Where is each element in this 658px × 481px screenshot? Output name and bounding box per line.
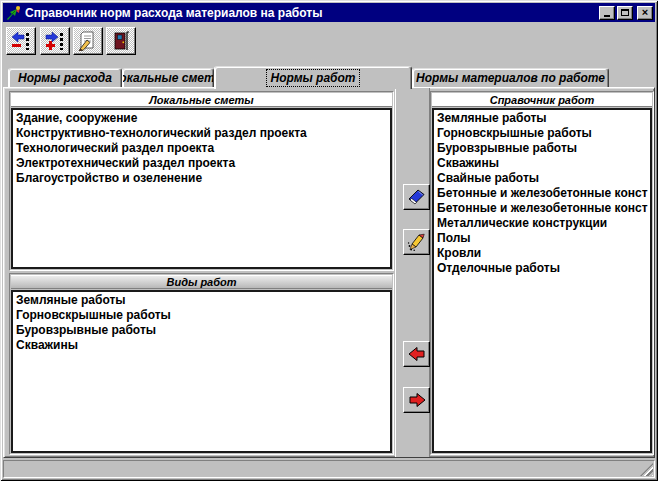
title-bar: Справочник норм расхода материалов на ра… [3,3,655,22]
list-item[interactable]: Полы [437,231,650,246]
list-item[interactable]: Отделочные работы [437,261,650,276]
local-estimates-list[interactable]: Здание, сооружение Конструктивно-техноло… [11,108,392,269]
list-item[interactable]: Бетонные и железобетонные конст [437,201,650,216]
edit-erase-button[interactable] [403,229,430,255]
remove-link-button[interactable] [6,27,36,55]
list-item[interactable]: Электротехнический раздел проекта [16,156,390,171]
exit-door-icon [111,31,131,51]
add-link-button[interactable] [40,27,70,55]
tab-label: Нормы материалов по работе [413,70,608,86]
list-item[interactable]: Металлические конструкции [437,216,650,231]
blue-arrow-left-minus-icon [11,31,31,51]
panel-work-types: Виды работ Земляные работы Горновскрышны… [9,273,394,455]
red-arrow-right-icon [407,390,427,410]
tab[interactable]: Нормы работ [214,66,412,89]
middle-button-strip [395,88,430,457]
list-item[interactable]: Скважины [437,156,650,171]
tab[interactable]: Локальные сметы [122,68,214,87]
minimize-button[interactable] [599,6,615,20]
maximize-button[interactable] [617,6,633,20]
tab-label: Нормы расхода [15,70,115,86]
blue-book-icon [407,187,427,207]
list-item[interactable]: Земляные работы [16,293,390,308]
view-book-button[interactable] [403,184,430,210]
list-item[interactable]: Свайные работы [437,171,650,186]
list-item[interactable]: Благоустройство и озеленение [16,171,390,186]
tab[interactable]: Нормы материалов по работе [412,68,609,87]
maximize-icon [621,9,629,16]
status-bar [3,460,655,478]
tab[interactable]: Нормы расхода [8,68,122,87]
pencil-erase-icon [407,232,427,252]
toolbar [3,22,655,62]
panel-works-reference-title: Справочник работ [432,93,652,107]
window-title: Справочник норм расхода материалов на ра… [25,6,597,20]
close-button[interactable]: × [637,6,653,20]
list-item[interactable]: Земляные работы [437,111,650,126]
list-item[interactable]: Здание, сооружение [16,111,390,126]
red-arrow-left-icon [407,344,427,364]
panel-work-types-title: Виды работ [11,275,392,289]
panel-local-estimates: Локальные сметы Здание, сооружение Конст… [9,91,394,271]
list-item[interactable]: Буровзрывные работы [16,323,390,338]
panel-works-reference: Справочник работ Земляные работы Горновс… [430,91,654,455]
resize-grip-icon[interactable] [640,463,653,476]
list-item[interactable]: Кровли [437,246,650,261]
close-icon: × [642,7,648,18]
tab-bar: Нормы расхода Локальные сметы Нормы рабо… [8,66,609,87]
list-item[interactable]: Технологический раздел проекта [16,141,390,156]
app-icon [6,5,22,21]
list-item[interactable]: Горновскрышные работы [16,308,390,323]
list-item[interactable]: Буровзрывные работы [437,141,650,156]
move-left-button[interactable] [403,341,430,367]
panel-local-estimates-title: Локальные сметы [11,93,392,107]
blue-arrow-right-plus-icon [45,31,65,51]
exit-button[interactable] [106,27,136,55]
list-item[interactable]: Бетонные и железобетонные конст [437,186,650,201]
list-item[interactable]: Горновскрышные работы [437,126,650,141]
works-reference-list[interactable]: Земляные работы Горновскрышные работы Бу… [432,108,652,453]
edit-document-button[interactable] [73,27,103,55]
move-right-button[interactable] [403,387,430,413]
app-window: Справочник норм расхода материалов на ра… [0,0,658,481]
tab-label: Нормы работ [267,70,358,86]
tab-label: Локальные сметы [122,70,214,86]
document-edit-icon [78,31,98,51]
tab-page-norms-of-works: Локальные сметы Здание, сооружение Конст… [3,87,655,458]
list-item[interactable]: Скважины [16,338,390,353]
minimize-icon [604,15,610,17]
work-types-list[interactable]: Земляные работы Горновскрышные работы Бу… [11,290,392,453]
list-item[interactable]: Конструктивно-технологический раздел про… [16,126,390,141]
